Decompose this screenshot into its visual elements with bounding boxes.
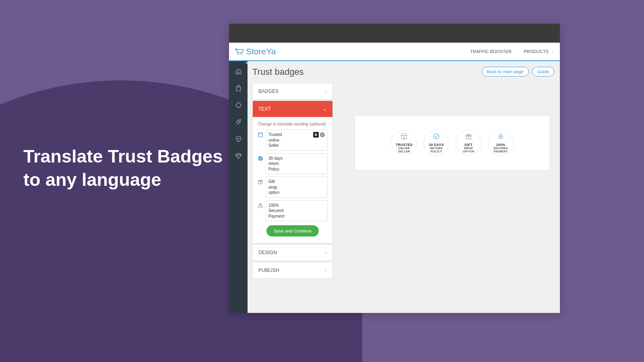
svg-rect-2 [236,86,240,90]
checkmark-icon [433,133,440,142]
sidebar-store-icon[interactable] [229,80,248,97]
chevron-right-icon: › [325,250,327,255]
accordion-badges[interactable]: BADGES› [252,83,333,100]
accordion-design[interactable]: DESIGN› [252,244,333,261]
gift-icon [258,179,263,185]
logo-text: StoreYa [246,47,276,56]
svg-point-16 [500,137,501,138]
left-sidebar: ↠ [229,61,248,313]
help-text: Change or translate wording (optional) [258,122,328,126]
preview-badge-trusted: TRUSTED ONLINE SELLER [388,130,420,156]
expand-sidebar-icon[interactable]: ↠ [245,60,249,66]
page-title: Trust badges [252,67,304,77]
chevron-right-icon: › [325,88,327,94]
sidebar-target-icon[interactable] [229,97,248,113]
sidebar-diamond-icon[interactable] [229,147,248,164]
badges-preview-card: TRUSTED ONLINE SELLER 30 DAYS RETURN POL… [355,115,550,171]
field-trusted: Trusted online Seller B ⊘ [258,130,328,151]
preview-badge-secure: 100% SECURED PAYMENT [485,130,516,156]
browser-chrome-bar [229,24,560,43]
clear-icon[interactable]: ⊘ [320,132,325,137]
preview-badge-gift: GIFT WRAP OPTION [453,130,484,156]
chevron-down-icon: ⌄ [551,49,554,53]
field-gift: Gift wrap option [258,177,328,198]
nav-traffic-booster[interactable]: TRAFFIC BOOSTER [470,49,512,54]
svg-rect-11 [404,137,405,139]
svg-point-1 [241,53,242,55]
lock-icon [258,203,263,208]
accordion-publish[interactable]: PUBLISH› [252,262,333,279]
sidebar-rocket-icon[interactable] [229,113,248,130]
save-continue-button[interactable]: Save and Continue [266,225,319,237]
field-30days: 30 days return Policy [258,153,328,175]
chevron-right-icon: › [325,267,327,273]
lock-icon [497,133,504,142]
logo[interactable]: StoreYa [235,47,276,56]
store-icon [400,133,408,142]
cart-icon [235,48,244,55]
text-input-30days[interactable]: 30 days return Policy [266,153,328,175]
svg-point-3 [236,103,240,107]
gift-icon [465,133,472,142]
svg-rect-9 [259,205,262,208]
accordion-text: TEXT⌄ Change or translate wording (optio… [252,101,333,243]
nav-products[interactable]: PRODUCTS⌄ [524,49,554,54]
config-panel: Trust badges BADGES› TEXT⌄ Change or tra… [248,61,338,313]
text-input-trusted[interactable]: Trusted online Seller B ⊘ [266,130,328,151]
preview-badge-30days: 30 DAYS RETURN POLICY [421,130,452,156]
sidebar-shield-icon[interactable] [229,130,248,147]
top-nav-bar: StoreYa TRAFFIC BOOSTER PRODUCTS⌄ [229,43,560,61]
svg-point-0 [237,53,239,55]
chevron-down-icon: ⌄ [323,106,327,112]
accordion-text-header[interactable]: TEXT⌄ [253,101,332,117]
text-input-gift[interactable]: Gift wrap option [266,177,328,198]
svg-point-4 [238,121,239,121]
guide-button[interactable]: Guide [532,67,554,76]
bold-icon[interactable]: B [313,132,319,138]
preview-area: Back to main page Guide TRUSTED ONLINE S… [338,61,560,313]
field-secure: 100% Secured Payment [258,200,328,222]
app-window: StoreYa TRAFFIC BOOSTER PRODUCTS⌄ ↠ Trus… [229,24,560,313]
text-input-secure[interactable]: 100% Secured Payment [266,200,328,222]
checkmark-icon [258,156,263,161]
svg-rect-5 [258,134,263,137]
store-icon [258,132,263,138]
back-button[interactable]: Back to main page [482,67,529,76]
headline-text: Translate Trust Badges to any language [23,145,223,191]
